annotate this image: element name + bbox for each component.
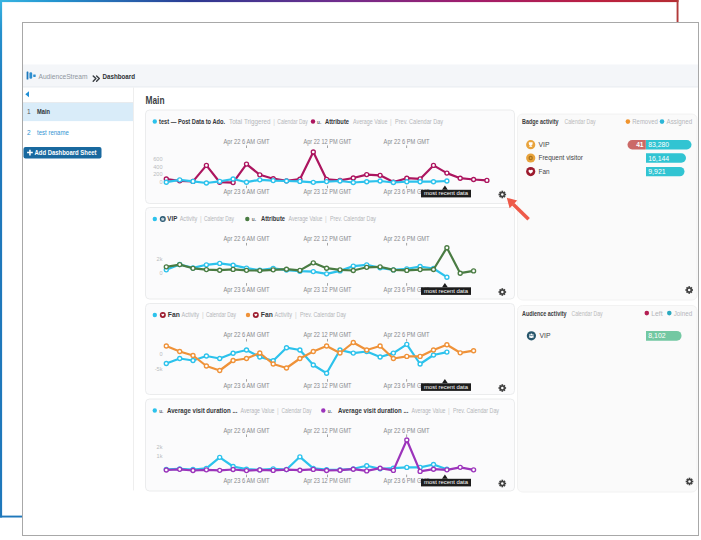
svg-text:8,102: 8,102 xyxy=(648,332,666,339)
svg-text:Calendar Day: Calendar Day xyxy=(282,407,313,415)
svg-text:Apr 22 6 AM GMT: Apr 22 6 AM GMT xyxy=(224,331,270,339)
svg-text:VIP: VIP xyxy=(539,141,550,148)
svg-text:Apr 23 6 AM GMT: Apr 23 6 AM GMT xyxy=(224,382,270,390)
svg-text:Apr 22 12 PM GMT: Apr 22 12 PM GMT xyxy=(304,427,352,435)
svg-text:Average Value: Average Value xyxy=(241,407,275,415)
svg-text:Joined: Joined xyxy=(674,310,693,317)
svg-text:Apr 23 12 PM GMT: Apr 23 12 PM GMT xyxy=(304,477,352,485)
svg-text:Main: Main xyxy=(146,94,165,106)
svg-text:Average Value: Average Value xyxy=(353,118,388,126)
svg-text:Frequent visitor: Frequent visitor xyxy=(539,154,584,162)
svg-text:Fan: Fan xyxy=(168,311,180,318)
svg-text:Apr 22 6 AM GMT: Apr 22 6 AM GMT xyxy=(224,427,270,435)
svg-text:Activity: Activity xyxy=(182,311,200,319)
svg-text:u.: u. xyxy=(159,409,163,414)
svg-text:Apr 22 6 PM GMT: Apr 22 6 PM GMT xyxy=(384,331,430,339)
svg-text:Calendar Day: Calendar Day xyxy=(565,118,597,126)
svg-text:most recent data: most recent data xyxy=(424,479,469,485)
svg-text:0: 0 xyxy=(159,351,162,357)
svg-text:2: 2 xyxy=(27,129,31,136)
svg-text:16,144: 16,144 xyxy=(648,155,669,162)
svg-text:Fan: Fan xyxy=(261,311,273,318)
svg-text:Apr 23 6 AM GMT: Apr 23 6 AM GMT xyxy=(224,188,270,196)
svg-text:Average visit duration ...: Average visit duration ... xyxy=(338,407,409,415)
svg-text:Attribute: Attribute xyxy=(325,118,349,125)
svg-text:Apr 22 6 PM GMT: Apr 22 6 PM GMT xyxy=(384,235,430,243)
svg-text:Apr 22 6 AM GMT: Apr 22 6 AM GMT xyxy=(224,235,270,243)
svg-text:83,280: 83,280 xyxy=(648,141,669,148)
svg-text:u.: u. xyxy=(328,409,332,414)
svg-text:Apr 22 6 PM GMT: Apr 22 6 PM GMT xyxy=(384,138,430,146)
svg-text:u.: u. xyxy=(317,120,321,125)
svg-text:Apr 23 12 PM GMT: Apr 23 12 PM GMT xyxy=(304,382,352,390)
svg-text:most recent data: most recent data xyxy=(424,384,469,390)
svg-text:0: 0 xyxy=(159,179,162,185)
svg-text:Total Triggered: Total Triggered xyxy=(229,118,271,126)
svg-text:2k: 2k xyxy=(157,444,163,450)
svg-text:Left: Left xyxy=(651,310,663,317)
svg-text:Fan: Fan xyxy=(539,168,550,175)
svg-text:Apr 23 12 PM GMT: Apr 23 12 PM GMT xyxy=(304,286,352,294)
svg-text:41: 41 xyxy=(636,141,644,148)
svg-text:test — Post Data to Ado.: test — Post Data to Ado. xyxy=(159,118,225,125)
svg-text:Average visit duration ...: Average visit duration ... xyxy=(167,407,238,415)
svg-text:Activity: Activity xyxy=(275,311,293,319)
svg-text:AudienceStream: AudienceStream xyxy=(39,72,88,81)
svg-text:Attribute: Attribute xyxy=(261,215,285,222)
svg-text:0: 0 xyxy=(159,270,162,276)
svg-text:-5k: -5k xyxy=(155,366,163,372)
svg-text:u.: u. xyxy=(252,217,256,222)
svg-text:Calendar Day: Calendar Day xyxy=(572,310,604,318)
svg-text:1k: 1k xyxy=(157,453,163,459)
svg-text:most recent data: most recent data xyxy=(424,288,469,294)
svg-text:Prev. Calendar Day: Prev. Calendar Day xyxy=(330,215,377,223)
svg-text:VIP: VIP xyxy=(167,215,178,222)
svg-text:most recent data: most recent data xyxy=(424,190,469,196)
svg-text:VIP: VIP xyxy=(540,332,551,339)
svg-text:600: 600 xyxy=(153,156,162,162)
svg-text:Prev. Calendar Day: Prev. Calendar Day xyxy=(453,407,500,415)
svg-text:Activity: Activity xyxy=(180,215,198,223)
svg-text:Apr 23 12 PM GMT: Apr 23 12 PM GMT xyxy=(304,188,352,196)
svg-text:Apr 22 12 PM GMT: Apr 22 12 PM GMT xyxy=(304,235,352,243)
svg-text:Calendar Day: Calendar Day xyxy=(204,215,235,223)
svg-text:Apr 23 6 AM GMT: Apr 23 6 AM GMT xyxy=(224,286,270,294)
svg-text:Apr 22 6 AM GMT: Apr 22 6 AM GMT xyxy=(224,138,270,146)
svg-text:Average Value: Average Value xyxy=(289,215,323,223)
svg-text:200: 200 xyxy=(153,171,162,177)
svg-text:9,921: 9,921 xyxy=(648,168,666,175)
svg-text:400: 400 xyxy=(153,164,162,170)
svg-text:Removed: Removed xyxy=(632,118,658,125)
svg-text:1: 1 xyxy=(27,108,31,115)
svg-text:test rename: test rename xyxy=(37,129,69,136)
svg-text:Audience activity: Audience activity xyxy=(522,310,567,318)
svg-text:Apr 22 6 PM GMT: Apr 22 6 PM GMT xyxy=(384,427,430,435)
svg-text:Apr 23 6 AM GMT: Apr 23 6 AM GMT xyxy=(224,477,270,485)
svg-text:Apr 22 12 PM GMT: Apr 22 12 PM GMT xyxy=(304,331,352,339)
svg-text:Apr 22 12 PM GMT: Apr 22 12 PM GMT xyxy=(304,138,352,146)
svg-text:Assigned: Assigned xyxy=(667,118,693,126)
svg-text:Add Dashboard Sheet: Add Dashboard Sheet xyxy=(35,149,98,156)
svg-text:Badge activity: Badge activity xyxy=(522,118,559,126)
svg-text:Prev. Calendar Day: Prev. Calendar Day xyxy=(395,118,444,126)
svg-text:Prev. Calendar Day: Prev. Calendar Day xyxy=(300,311,347,319)
svg-text:Calendar Day: Calendar Day xyxy=(206,311,237,319)
svg-text:Calendar Day: Calendar Day xyxy=(277,118,308,126)
svg-text:Dashboard: Dashboard xyxy=(103,72,136,81)
svg-text:2k: 2k xyxy=(157,256,163,262)
svg-text:Average Value: Average Value xyxy=(412,407,446,415)
svg-text:Main: Main xyxy=(37,108,50,115)
